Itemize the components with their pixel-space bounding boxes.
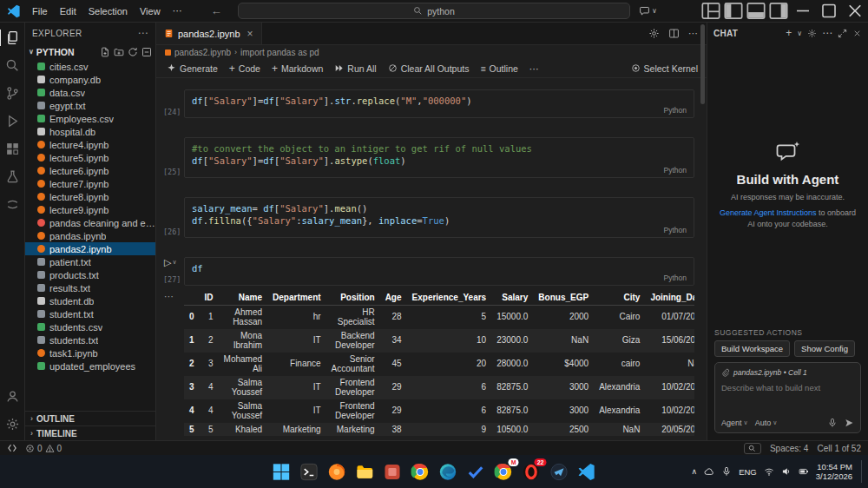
mode-select[interactable]: Agent∨: [721, 419, 748, 427]
gear-icon[interactable]: [648, 28, 660, 39]
indentation-status[interactable]: Spaces: 4: [770, 444, 808, 453]
file-item[interactable]: products.txt: [25, 268, 155, 281]
expand-icon[interactable]: [838, 29, 847, 38]
collapse-folders-icon[interactable]: [141, 47, 152, 57]
file-item[interactable]: cities.csv: [25, 60, 155, 73]
file-item[interactable]: pandas cleaning and exploratio...: [25, 216, 155, 229]
taskbar-chrome[interactable]: [410, 461, 431, 483]
sidebar-more-icon[interactable]: ⋯: [138, 27, 148, 39]
file-item[interactable]: data.csv: [25, 86, 155, 99]
run-cell-button[interactable]: ▷∨: [164, 257, 177, 268]
file-item[interactable]: task1.ipynb: [25, 346, 155, 359]
file-item[interactable]: lecture5.ipynb: [25, 151, 155, 164]
send-icon[interactable]: [844, 418, 854, 428]
chat-more-icon[interactable]: ⋯: [822, 27, 832, 39]
language-indicator[interactable]: ENG: [739, 467, 757, 477]
code-cell[interactable]: df["Salary"]=df["Salary"].str.replace("M…: [184, 89, 694, 118]
scrollbar[interactable]: [700, 23, 705, 440]
new-file-icon[interactable]: [100, 47, 110, 57]
menu-more[interactable]: ⋯: [167, 5, 188, 16]
taskbar-todo-app[interactable]: [465, 461, 487, 483]
cell-status[interactable]: Cell 1 of 52: [817, 444, 861, 453]
outline-button[interactable]: ≡ Outline: [475, 62, 523, 76]
menu-edit[interactable]: Edit: [54, 6, 82, 16]
menu-file[interactable]: File: [26, 6, 54, 16]
file-item[interactable]: pandas.ipynb: [25, 229, 155, 242]
activitybar-account-icon[interactable]: [1, 386, 23, 407]
volume-icon[interactable]: [781, 466, 792, 477]
file-item[interactable]: lecture9.ipynb: [25, 203, 155, 216]
close-tab-icon[interactable]: ×: [247, 28, 253, 40]
file-item[interactable]: company.db: [25, 73, 155, 86]
toggle-panel-icon[interactable]: [745, 0, 767, 22]
hidden-icons-chevron[interactable]: ∧: [692, 467, 698, 476]
new-folder-icon[interactable]: [114, 47, 124, 57]
file-item[interactable]: student.db: [25, 294, 155, 307]
file-item[interactable]: lecture8.ipynb: [25, 190, 155, 203]
new-chat-icon[interactable]: +: [786, 27, 792, 39]
wifi-icon[interactable]: [764, 466, 774, 477]
menu-selection[interactable]: Selection: [82, 6, 134, 16]
taskbar-red-app[interactable]: [382, 461, 404, 483]
file-item[interactable]: results.txt: [25, 281, 155, 294]
file-item[interactable]: student.txt: [25, 307, 155, 320]
breadcrumb-file[interactable]: pandas2.ipynb: [174, 48, 231, 57]
activitybar-testing-icon[interactable]: [1, 166, 23, 188]
chat-context-chip[interactable]: pandas2.ipynb • Cell 1: [733, 368, 807, 377]
add-code-button[interactable]: + Code: [224, 62, 266, 76]
clear-outputs-button[interactable]: Clear All Outputs: [383, 62, 475, 76]
status-search-button[interactable]: [744, 443, 761, 454]
clock[interactable]: 10:54 PM 3/12/2026: [816, 462, 852, 481]
taskbar-terminal-app[interactable]: [299, 461, 320, 483]
build-workspace-button[interactable]: Build Workspace: [714, 340, 790, 357]
activitybar-explorer-icon[interactable]: [1, 27, 23, 49]
select-kernel-button[interactable]: Select Kernel: [626, 62, 701, 76]
code-cell[interactable]: salary_mean= df["Salary"].mean()df.filln…: [184, 197, 694, 238]
chevron-down-icon[interactable]: ∨: [797, 30, 802, 37]
attach-icon[interactable]: [721, 368, 730, 377]
close-button[interactable]: [842, 0, 868, 22]
activitybar-jupyter-icon[interactable]: [1, 194, 23, 215]
taskbar-start-button[interactable]: [271, 461, 293, 483]
taskbar-file-explorer[interactable]: [354, 461, 376, 483]
taskbar-edge[interactable]: [437, 461, 459, 483]
problems-indicator[interactable]: 0 0: [25, 444, 62, 453]
taskbar-chrome-mail[interactable]: M: [493, 461, 515, 483]
remote-indicator[interactable]: [7, 443, 17, 453]
file-item[interactable]: lecture6.ipynb: [25, 164, 155, 177]
mic-tray-icon[interactable]: [721, 466, 732, 477]
file-item[interactable]: lecture4.ipynb: [25, 138, 155, 151]
minimize-button[interactable]: [790, 0, 816, 22]
copilot-button[interactable]: ∨: [639, 5, 657, 16]
breadcrumb-cell[interactable]: import pandas as pd: [240, 48, 319, 57]
battery-icon[interactable]: [799, 466, 809, 477]
taskbar-messaging-app[interactable]: [549, 461, 570, 483]
folder-section-python[interactable]: ∨ PYTHON: [25, 43, 155, 60]
mic-icon[interactable]: [827, 418, 838, 428]
maximize-button[interactable]: [816, 0, 842, 22]
add-markdown-button[interactable]: + Markdown: [266, 62, 328, 76]
show-config-button[interactable]: Show Config: [794, 340, 855, 357]
activitybar-search-icon[interactable]: [1, 55, 23, 76]
file-item[interactable]: egypt.txt: [25, 99, 155, 112]
generate-instructions-link[interactable]: Generate Agent Instructions: [720, 208, 817, 217]
taskbar-firefox[interactable]: [326, 461, 348, 483]
activitybar-source-control-icon[interactable]: [1, 82, 23, 104]
taskbar-opera-browser[interactable]: 22: [521, 461, 542, 483]
toggle-secondary-sidebar-icon[interactable]: [767, 0, 790, 22]
code-cell[interactable]: #to convert the object to an intiger to …: [184, 137, 694, 178]
file-item[interactable]: students.csv: [25, 320, 155, 333]
generate-button[interactable]: Generate: [161, 62, 223, 76]
gear-icon[interactable]: [807, 29, 817, 38]
file-item[interactable]: pandas2.ipynb: [25, 242, 155, 255]
scrollbar-thumb[interactable]: [700, 24, 705, 104]
file-item[interactable]: lecture7.ipynb: [25, 177, 155, 190]
output-more-icon[interactable]: ⋯: [164, 291, 174, 302]
file-item[interactable]: patient.txt: [25, 255, 155, 268]
menu-view[interactable]: View: [134, 6, 167, 16]
timeline-section[interactable]: › TIMELINE: [25, 425, 155, 440]
toolbar-more-button[interactable]: ⋯: [524, 62, 544, 76]
chat-input[interactable]: pandas2.ipynb • Cell 1 Describe what to …: [714, 362, 861, 433]
file-item[interactable]: updated_employees: [25, 359, 155, 373]
layout-customize-icon[interactable]: [700, 0, 722, 22]
